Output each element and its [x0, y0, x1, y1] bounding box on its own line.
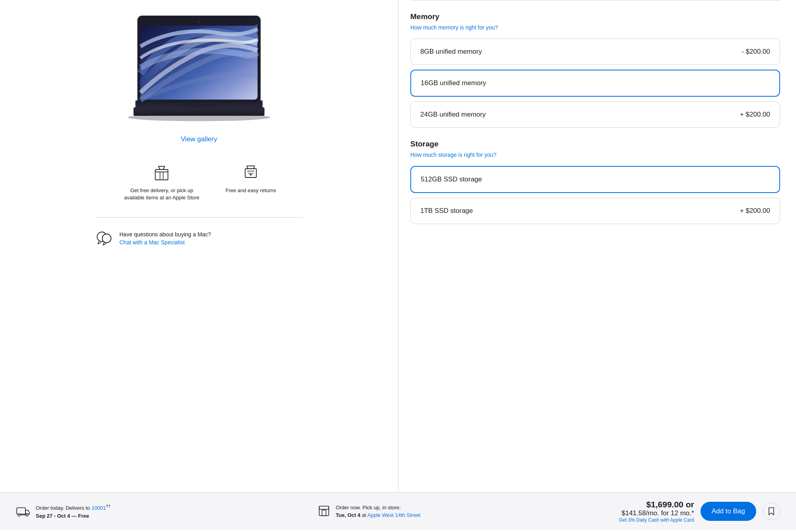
- save-wishlist-icon: [767, 507, 775, 516]
- specialist-text: Have questions about buying a Mac? Chat …: [119, 231, 211, 246]
- memory-option-8gb[interactable]: 8GB unified memory - $200.00: [410, 39, 780, 65]
- features-row: Get free delivery, or pick up available …: [96, 163, 302, 201]
- monthly-price: $141.58/mo. for 12 mo.*: [619, 509, 694, 517]
- memory-top-divider: [410, 0, 780, 0]
- store-pickup-icon: [318, 505, 330, 517]
- delivery-text: Order today. Delivers to 10001†† Sep 27 …: [36, 503, 111, 520]
- price-block: $1,699.00 or $141.58/mo. for 12 mo.* Get…: [619, 500, 694, 523]
- memory-24gb-name: 24GB unified memory: [420, 111, 486, 119]
- storage-1tb-price: + $200.00: [740, 207, 770, 215]
- add-to-bag-button[interactable]: Add to Bag: [700, 502, 756, 521]
- memory-16gb-name: 16GB unified memory: [421, 79, 486, 87]
- svg-rect-19: [322, 510, 326, 516]
- memory-option-24gb[interactable]: 24GB unified memory + $200.00: [410, 101, 780, 128]
- memory-label: Memory: [410, 12, 780, 21]
- memory-8gb-name: 8GB unified memory: [420, 48, 482, 56]
- zipcode-link[interactable]: 10001: [92, 505, 106, 511]
- storage-1tb-name: 1TB SSD storage: [420, 207, 473, 215]
- svg-rect-18: [319, 506, 329, 516]
- pickup-info: Order now. Pick up, in store: Tue, Oct 4…: [318, 504, 599, 519]
- main-price: $1,699.00 or: [619, 500, 694, 509]
- storage-help-link[interactable]: How much storage is right for you?: [410, 152, 780, 158]
- pickup-date: Tue, Oct 4 at Apple West 14th Street: [336, 512, 421, 518]
- storage-option-512gb[interactable]: 512GB SSD storage: [410, 166, 780, 193]
- memory-section: Memory How much memory is right for you?…: [410, 12, 780, 128]
- memory-help-link[interactable]: How much memory is right for you?: [410, 24, 780, 31]
- memory-8gb-price: - $200.00: [741, 48, 770, 56]
- memory-24gb-price: + $200.00: [740, 111, 770, 119]
- returns-icon: [241, 163, 260, 182]
- pickup-line1: Order now. Pick up, in store:: [336, 505, 401, 511]
- specialist-chat-link[interactable]: Chat with a Mac Specialist: [119, 239, 211, 246]
- svg-rect-6: [140, 19, 258, 99]
- purchase-section: $1,699.00 or $141.58/mo. for 12 mo.* Get…: [619, 500, 780, 523]
- pickup-date-bold: Tue, Oct 4: [336, 512, 361, 518]
- storage-option-1tb[interactable]: 1TB SSD storage + $200.00: [410, 198, 780, 224]
- box-icon: [152, 163, 171, 182]
- returns-feature: Free and easy returns: [225, 163, 276, 201]
- delivery-feature: Get free delivery, or pick up available …: [122, 163, 201, 201]
- store-link[interactable]: Apple West 14th Street: [367, 512, 420, 518]
- storage-label: Storage: [410, 140, 780, 148]
- svg-rect-10: [155, 170, 168, 180]
- svg-rect-9: [135, 103, 262, 105]
- delivery-date: Sep 27 - Oct 4 — Free: [36, 513, 89, 519]
- delivery-info: Order today. Delivers to 10001†† Sep 27 …: [16, 503, 298, 520]
- zipcode-superscript: ††: [106, 504, 111, 509]
- storage-section: Storage How much storage is right for yo…: [410, 140, 780, 224]
- returns-feature-text: Free and easy returns: [225, 187, 276, 194]
- section-divider: [96, 217, 302, 218]
- bottom-bar: Order today. Delivers to 10001†† Sep 27 …: [0, 492, 796, 530]
- svg-point-13: [102, 234, 111, 243]
- delivery-feature-text: Get free delivery, or pick up available …: [122, 187, 201, 201]
- chat-icon: [96, 230, 113, 247]
- product-image-container: [96, 8, 302, 127]
- left-panel: View gallery Get free delivery, or pick …: [0, 0, 398, 492]
- storage-512gb-name: 512GB SSD storage: [421, 175, 482, 183]
- specialist-section: Have questions about buying a Mac? Chat …: [96, 230, 302, 247]
- delivery-truck-icon: [16, 504, 30, 518]
- svg-point-8: [198, 21, 200, 23]
- product-image: [107, 8, 291, 127]
- cashback-text: Get 3% Daily Cash with Apple Card: [619, 517, 694, 523]
- right-panel: Memory How much memory is right for you?…: [398, 0, 796, 492]
- memory-option-16gb[interactable]: 16GB unified memory: [410, 70, 780, 97]
- view-gallery-link[interactable]: View gallery: [181, 135, 217, 143]
- svg-rect-1: [133, 107, 264, 116]
- save-wishlist-button[interactable]: [763, 503, 780, 520]
- delivery-line1: Order today. Delivers to 10001††: [36, 505, 111, 511]
- specialist-question: Have questions about buying a Mac?: [119, 231, 211, 238]
- pickup-text: Order now. Pick up, in store: Tue, Oct 4…: [336, 504, 421, 519]
- svg-rect-14: [17, 508, 25, 514]
